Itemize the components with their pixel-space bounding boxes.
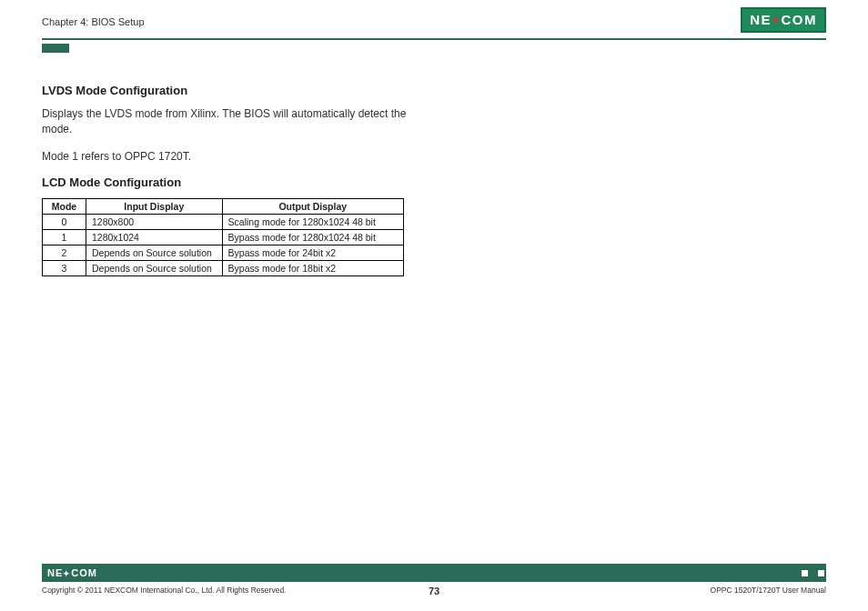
cell-input: 1280x1024 — [86, 230, 222, 245]
col-input: Input Display — [86, 199, 222, 215]
cell-output: Scaling mode for 1280x1024 48 bit — [222, 215, 403, 230]
chapter-title: Chapter 4: BIOS Setup — [42, 16, 145, 27]
table-row: 0 1280x800 Scaling mode for 1280x1024 48… — [43, 215, 404, 230]
cell-mode: 0 — [43, 215, 86, 230]
cell-input: Depends on Source solution — [86, 245, 222, 261]
col-mode: Mode — [43, 199, 86, 215]
table-row: 3 Depends on Source solution Bypass mode… — [43, 261, 404, 276]
header-rule — [42, 38, 826, 40]
lvds-para-2: Mode 1 refers to OPPC 1720T. — [42, 149, 433, 165]
footer-logo: NE✦COM — [47, 567, 97, 578]
lvds-para-1: Displays the LVDS mode from Xilinx. The … — [42, 106, 433, 138]
brand-logo-top: NE✦COM — [741, 7, 826, 33]
table-row: 2 Depends on Source solution Bypass mode… — [43, 245, 404, 261]
cell-input: 1280x800 — [86, 215, 222, 230]
cell-output: Bypass mode for 18bit x2 — [222, 261, 403, 276]
lvds-section-title: LVDS Mode Configuration — [42, 84, 433, 97]
cell-output: Bypass mode for 1280x1024 48 bit — [222, 230, 403, 245]
cell-mode: 1 — [43, 230, 86, 245]
page-number: 73 — [429, 586, 439, 596]
copyright-text: Copyright © 2011 NEXCOM International Co… — [42, 586, 286, 595]
table-header-row: Mode Input Display Output Display — [43, 199, 404, 215]
cell-mode: 2 — [43, 245, 86, 261]
lcd-section-title: LCD Mode Configuration — [42, 175, 433, 189]
lcd-mode-table: Mode Input Display Output Display 0 1280… — [42, 198, 404, 276]
manual-name: OPPC 1520T/1720T User Manual — [711, 586, 826, 595]
cell-output: Bypass mode for 24bit x2 — [222, 245, 403, 261]
cell-input: Depends on Source solution — [86, 261, 222, 276]
footer-squares-icon — [802, 570, 824, 576]
cell-mode: 3 — [43, 261, 86, 276]
table-row: 1 1280x1024 Bypass mode for 1280x1024 48… — [43, 230, 404, 245]
footer-bar: NE✦COM — [42, 564, 826, 582]
header-tab — [42, 44, 69, 53]
logo-text: NE✦COM — [750, 12, 817, 27]
col-output: Output Display — [222, 199, 403, 215]
